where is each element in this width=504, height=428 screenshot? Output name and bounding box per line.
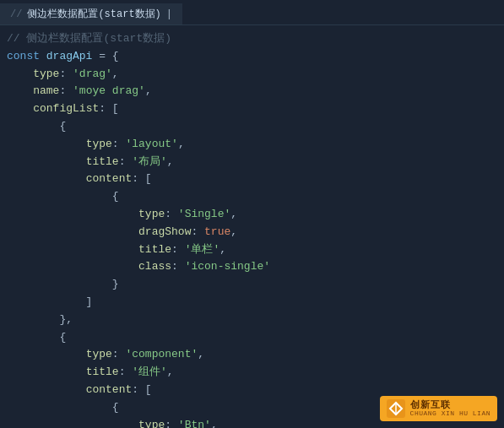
token-kw: const <box>7 50 46 62</box>
code-content: type: 'layout', <box>7 136 497 154</box>
code-content: { <box>7 329 497 347</box>
code-content: // 侧边栏数据配置(start数据) <box>7 30 497 48</box>
token-prop: title <box>138 243 171 256</box>
code-line: title: '单栏', <box>0 241 504 259</box>
token-prop: type <box>138 208 165 220</box>
watermark: 创新互联 CHUANG XIN HU LIAN <box>380 396 497 421</box>
token-plain: , <box>219 243 226 256</box>
code-content: ] <box>7 294 497 312</box>
token-prop: type <box>86 348 112 360</box>
token-plain: : <box>112 138 126 150</box>
watermark-text-block: 创新互联 CHUANG XIN HU LIAN <box>410 400 490 418</box>
token-plain: , <box>230 225 237 238</box>
token-plain: { <box>7 190 119 203</box>
code-line: title: '组件', <box>0 364 504 382</box>
code-content: name: 'moye drag', <box>7 83 497 100</box>
token-plain: { <box>7 401 119 414</box>
token-plain: : <box>191 225 204 238</box>
token-string: 'icon-single' <box>185 260 270 273</box>
token-prop: class <box>138 260 171 273</box>
code-line: dragShow: true, <box>0 224 504 241</box>
code-content: }, <box>7 312 497 329</box>
token-plain: : <box>59 68 73 80</box>
token-plain: : [ <box>132 172 151 185</box>
token-string: '组件' <box>132 366 167 378</box>
token-string: '布局' <box>132 155 167 168</box>
editor-tab[interactable]: // 侧边栏数据配置(start数据) | <box>0 3 182 24</box>
code-line: { <box>0 118 504 136</box>
token-prop: dragShow <box>138 225 191 238</box>
token-plain: : <box>112 348 126 360</box>
token-plain <box>7 102 33 115</box>
watermark-logo <box>387 399 405 418</box>
token-plain <box>7 84 33 97</box>
code-line: title: '布局', <box>0 154 504 171</box>
editor-container: // 侧边栏数据配置(start数据) | // 侧边栏数据配置(start数据… <box>0 0 504 428</box>
code-line: ] <box>0 294 504 312</box>
token-plain <box>7 138 86 150</box>
code-content: const dragApi = { <box>7 48 497 66</box>
code-content: } <box>7 276 497 294</box>
token-prop: title <box>86 366 119 378</box>
token-plain: , <box>230 208 237 220</box>
token-plain <box>7 155 86 168</box>
token-plain: , <box>167 155 174 168</box>
token-plain: , <box>167 366 174 378</box>
code-line: type: 'Single', <box>0 206 504 224</box>
tab-filename: 侧边栏数据配置(start数据) <box>27 7 160 21</box>
token-plain <box>7 419 138 428</box>
code-line: class: 'icon-single' <box>0 258 504 276</box>
token-var-name: dragApi <box>46 50 93 62</box>
token-plain <box>7 243 138 256</box>
token-plain: { <box>7 331 66 344</box>
token-bool: true <box>204 225 230 238</box>
token-plain <box>7 348 86 360</box>
token-plain: : <box>171 260 185 273</box>
token-plain: : [ <box>132 383 151 396</box>
token-plain <box>7 225 138 238</box>
token-plain: : <box>59 84 73 97</box>
token-prop: type <box>33 68 59 80</box>
token-plain: { <box>7 120 66 133</box>
token-plain <box>7 68 33 80</box>
code-line: // 侧边栏数据配置(start数据) <box>0 30 504 48</box>
token-plain: : <box>119 366 133 378</box>
code-content: configList: [ <box>7 100 497 118</box>
token-prop: content <box>86 383 133 396</box>
code-line: { <box>0 188 504 206</box>
token-prop: title <box>86 155 119 168</box>
token-plain: = { <box>92 50 118 62</box>
token-prop: type <box>138 419 165 428</box>
tab-bar: // 侧边栏数据配置(start数据) | <box>0 0 504 25</box>
code-content: title: '布局', <box>7 154 497 171</box>
watermark-cn: 创新互联 <box>410 400 490 410</box>
code-line: type: 'layout', <box>0 136 504 154</box>
code-content: { <box>7 188 497 206</box>
token-plain: } <box>7 278 119 290</box>
token-plain: : <box>165 208 178 220</box>
tab-cursor: | <box>166 8 172 20</box>
watermark-pinyin: CHUANG XIN HU LIAN <box>410 410 490 418</box>
token-string: 'component' <box>125 348 198 360</box>
token-plain: : <box>165 419 178 428</box>
code-content: title: '单栏', <box>7 241 497 259</box>
token-plain <box>7 366 86 378</box>
token-prop: type <box>86 138 112 150</box>
token-plain: : <box>171 243 185 256</box>
code-content: title: '组件', <box>7 364 497 382</box>
code-line: content: [ <box>0 171 504 188</box>
token-string: 'Btn' <box>178 419 211 428</box>
token-plain <box>7 172 86 185</box>
token-plain: , <box>112 68 119 80</box>
code-line: configList: [ <box>0 100 504 118</box>
token-plain: ] <box>7 295 92 308</box>
token-string: 'layout' <box>125 138 177 150</box>
token-string: 'moye drag' <box>73 84 145 97</box>
code-content: type: 'Single', <box>7 206 497 224</box>
token-plain <box>7 260 138 273</box>
code-content: class: 'icon-single' <box>7 258 497 276</box>
code-line: const dragApi = { <box>0 48 504 66</box>
code-line: }, <box>0 312 504 329</box>
token-plain: }, <box>7 313 73 326</box>
code-area: // 侧边栏数据配置(start数据)const dragApi = { typ… <box>0 25 504 428</box>
